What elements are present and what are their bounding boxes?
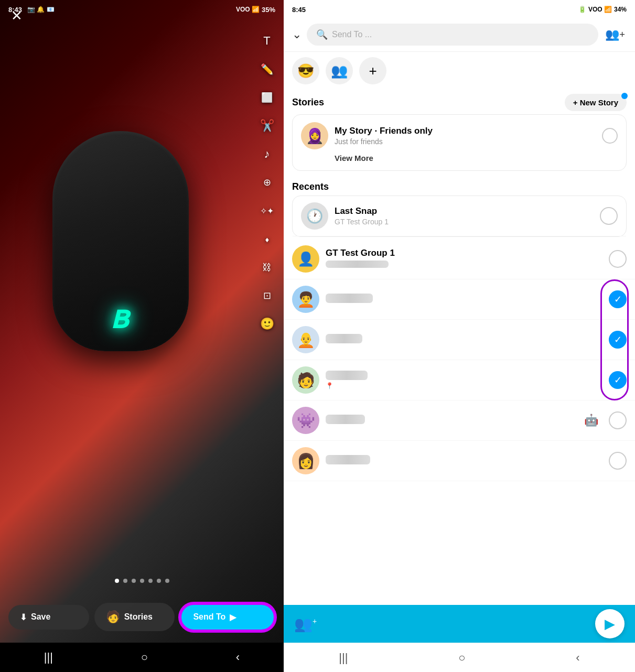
dot-2	[123, 579, 127, 583]
mouse-body: ʙ	[52, 131, 189, 351]
search-placeholder: Send To ...	[332, 30, 372, 39]
add-friend-bottom-icon[interactable]: 👥+	[294, 615, 317, 633]
dot-6	[157, 579, 161, 583]
contact-checked[interactable]: ✓	[609, 331, 627, 349]
dot-4	[140, 579, 144, 583]
effects-icon[interactable]: ✧✦	[257, 201, 276, 220]
recent-select[interactable]	[600, 207, 618, 225]
edit-toolbar: T ✏️ ⬜ ✂️ ♪ ⊕ ✧✦ ⬧ ⛓ ⊡ 🙂	[257, 31, 276, 333]
recents-title: Recents	[292, 181, 329, 192]
contact-info	[326, 294, 602, 305]
my-story-name: My Story · Friends only	[335, 126, 596, 136]
contact-info: GT Test Group 1	[326, 248, 602, 270]
new-story-button[interactable]: + New Story	[565, 94, 627, 111]
contact-avatar: 👤	[292, 245, 319, 273]
contact-name: GT Test Group 1	[326, 248, 602, 258]
my-story-avatar: 🧕	[301, 122, 328, 149]
quick-icons-row: 😎 👥 +	[284, 52, 635, 90]
recent-last-snap[interactable]: 🕐 Last Snap GT Test Group 1	[293, 196, 626, 236]
right-status-bar: 8:45 🔋 VOO 📶 34%	[284, 0, 635, 19]
contact-name-blurred	[326, 371, 368, 380]
home-icon[interactable]: ○	[141, 651, 148, 664]
my-story-card[interactable]: 🧕 My Story · Friends only Just for frien…	[292, 114, 627, 171]
back-icon[interactable]: ‹	[236, 651, 240, 664]
crop-icon[interactable]: ⊡	[257, 286, 276, 305]
contact-select[interactable]	[609, 411, 627, 429]
right-panel: 8:45 🔋 VOO 📶 34% ⌄ 🔍 Send To ... 👥+ 😎 👥 …	[284, 0, 635, 672]
send-to-button[interactable]: Send To ▶	[180, 603, 275, 631]
stories-button[interactable]: 🧑 Stories	[94, 603, 175, 631]
bitmoji-quick-icon[interactable]: 😎	[292, 57, 319, 84]
contact-info	[326, 415, 578, 426]
add-friends-button[interactable]: 👥+	[604, 23, 627, 46]
list-item[interactable]: 🧑‍🦲 ✓	[284, 320, 635, 360]
pencil-icon[interactable]: ✏️	[257, 60, 276, 79]
send-to-label: Send To	[193, 612, 225, 622]
lens-icon[interactable]: ⊕	[257, 173, 276, 192]
bitmoji-icon[interactable]: 🙂	[257, 315, 276, 333]
sticker-icon[interactable]: ⬜	[257, 88, 276, 107]
status-icons: 📷 🔔 📧	[27, 6, 55, 13]
recents-card: 🕐 Last Snap GT Test Group 1	[292, 196, 627, 237]
stories-title: Stories	[292, 97, 324, 108]
recent-apps-icon[interactable]: |||	[44, 651, 53, 664]
page-dots	[0, 579, 284, 583]
list-item[interactable]: 🧑‍🦱 ✓	[284, 279, 635, 320]
mouse-logo: ʙ	[110, 299, 163, 341]
group-quick-icon[interactable]: 👥	[326, 57, 353, 84]
close-button[interactable]: ✕	[7, 6, 26, 25]
left-nav-bar: ||| ○ ‹	[0, 643, 284, 672]
recent-name: Last Snap	[335, 206, 594, 216]
home-icon-r[interactable]: ○	[458, 651, 465, 665]
recent-sub: GT Test Group 1	[335, 218, 594, 226]
recent-icon: 🕐	[301, 202, 328, 230]
send-button[interactable]: ▶	[595, 609, 625, 638]
robot-icon: 🤖	[584, 414, 598, 427]
send-arrow-icon: ▶	[230, 612, 236, 622]
contact-avatar: 🧑	[292, 366, 319, 394]
list-item[interactable]: 👾 🤖	[284, 400, 635, 441]
contact-select[interactable]	[609, 250, 627, 268]
link-icon[interactable]: ⛓	[257, 258, 276, 277]
list-item[interactable]: 🧑 📍 ✓	[284, 360, 635, 400]
music-icon[interactable]: ♪	[257, 145, 276, 164]
add-quick-icon[interactable]: +	[359, 57, 386, 84]
notification-dot	[621, 93, 628, 99]
contact-sub-blurred	[326, 261, 389, 268]
contact-info	[326, 455, 602, 467]
contact-name-blurred	[326, 415, 365, 424]
contact-name-blurred	[326, 294, 373, 303]
eraser-icon[interactable]: ⬧	[257, 230, 276, 248]
bottom-action-bar: ⬇ Save 🧑 Stories Send To ▶	[0, 593, 284, 641]
contact-avatar: 🧑‍🦲	[292, 326, 319, 353]
right-battery: 34%	[614, 6, 627, 13]
contact-checked[interactable]: ✓	[609, 371, 627, 389]
text-icon[interactable]: T	[257, 31, 276, 50]
stories-section-header: Stories + New Story	[284, 90, 635, 114]
dot-3	[132, 579, 136, 583]
contact-name-blurred	[326, 334, 362, 343]
signal-icon-r: VOO 📶	[588, 6, 612, 13]
recents-section-header: Recents	[284, 177, 635, 196]
list-item[interactable]: 👩	[284, 441, 635, 481]
contact-checked[interactable]: ✓	[609, 290, 627, 308]
my-story-select[interactable]	[602, 128, 618, 144]
contact-avatar: 🧑‍🦱	[292, 286, 319, 313]
right-nav-bar: ||| ○ ‹	[284, 643, 635, 672]
collapse-button[interactable]: ⌄	[292, 28, 302, 41]
back-icon-r[interactable]: ‹	[576, 651, 579, 665]
view-more-button[interactable]: View More	[301, 154, 373, 162]
recent-apps-icon-r[interactable]: |||	[339, 651, 348, 665]
contact-select[interactable]	[609, 452, 627, 470]
search-bar[interactable]: 🔍 Send To ...	[307, 24, 598, 46]
left-status-bar: 8:43 📷 🔔 📧 VOO 📶 35%	[0, 0, 284, 19]
list-item[interactable]: 👤 GT Test Group 1	[284, 239, 635, 279]
contact-avatar: 👩	[292, 447, 319, 474]
signal-icon: VOO 📶	[236, 6, 260, 13]
my-story-sub: Just for friends	[335, 137, 596, 146]
scissors-icon[interactable]: ✂️	[257, 116, 276, 135]
save-button[interactable]: ⬇ Save	[8, 605, 89, 630]
left-panel: ʙ 8:43 📷 🔔 📧 VOO 📶 35% ✕ T ✏️ ⬜ ✂️ ♪ ⊕ ✧…	[0, 0, 284, 672]
save-icon: ⬇	[20, 612, 27, 622]
battery-icon: 🔋	[578, 6, 586, 13]
